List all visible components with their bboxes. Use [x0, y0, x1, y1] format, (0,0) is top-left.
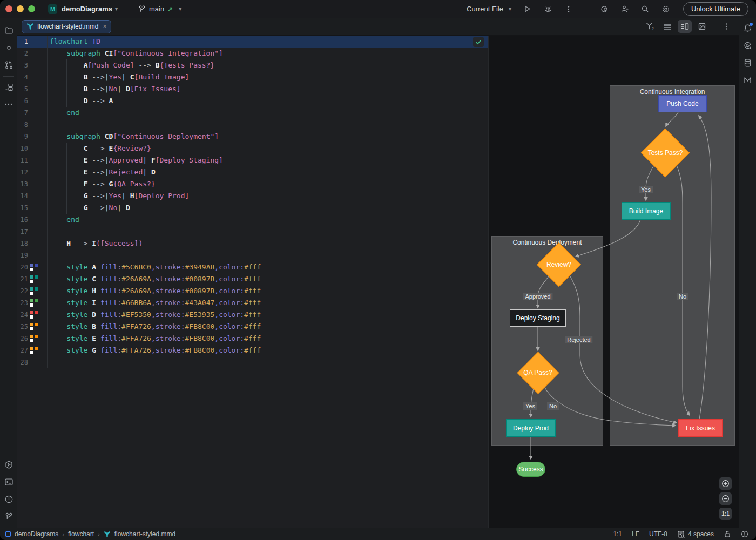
code-line[interactable]: 7 end	[17, 107, 488, 119]
caret-position-widget[interactable]: 1:1	[613, 530, 622, 538]
settings-button[interactable]	[658, 3, 673, 16]
commit-tool-button[interactable]	[2, 40, 16, 55]
code-line[interactable]: 18 H --> I([Success])	[17, 238, 488, 249]
code-line[interactable]: 19	[17, 249, 488, 261]
code-line[interactable]: 24 style D fill:#EF5350,stroke:#E53935,c…	[17, 309, 488, 321]
project-tool-button[interactable]	[2, 23, 16, 37]
line-number: 27	[17, 345, 28, 356]
inspections-status-widget[interactable]	[473, 37, 484, 47]
code-text: D --> A	[48, 95, 113, 107]
mermaid-diagram-preview[interactable]: Continuous IntegrationContinuous Deploym…	[488, 36, 739, 528]
code-line[interactable]: 5 B -->|No| D[Fix Issues]	[17, 83, 488, 95]
code-line[interactable]: 13 F --> G{QA Pass?}	[17, 178, 488, 190]
tab-flowchart-styled[interactable]: flowchart-styled.mmd ×	[22, 20, 111, 33]
mermaid-help-button[interactable]: ?	[643, 20, 657, 33]
gutter-color-swatches[interactable]	[30, 311, 38, 319]
breadcrumb-file[interactable]: flowchart-styled.mmd	[114, 530, 176, 538]
editor-options-button[interactable]	[719, 20, 733, 33]
code-line[interactable]: 9 subgraph CD["Continuous Deployment"]	[17, 131, 488, 143]
minimize-window-button[interactable]	[17, 5, 24, 12]
project-name[interactable]: demoDiagrams	[62, 5, 112, 13]
split-view-button[interactable]	[678, 20, 692, 33]
code-line[interactable]: 1flowchart TD	[17, 36, 488, 48]
preview-only-view-button[interactable]	[695, 20, 709, 33]
run-button[interactable]	[520, 3, 535, 16]
problems-tool-button[interactable]	[2, 492, 16, 506]
code-line[interactable]: 6 D --> A	[17, 95, 488, 107]
ai-chat-tool-button[interactable]	[740, 38, 754, 52]
encoding-widget[interactable]: UTF-8	[649, 530, 667, 538]
breadcrumb-project[interactable]: demoDiagrams	[15, 530, 58, 538]
gear-icon	[662, 5, 670, 14]
gutter-color-swatches[interactable]	[30, 299, 38, 307]
edge-E-D	[570, 276, 677, 423]
run-configuration-selector[interactable]: Current File▾	[467, 5, 511, 13]
gutter-color-swatches[interactable]	[30, 347, 38, 354]
more-actions-button[interactable]	[561, 3, 576, 16]
actual-size-button[interactable]: 1:1	[719, 508, 732, 520]
search-everywhere-button[interactable]	[638, 3, 653, 16]
gutter-color-swatches[interactable]	[30, 287, 38, 295]
maximize-window-button[interactable]	[28, 5, 35, 12]
code-line[interactable]: 10 C --> E{Review?}	[17, 143, 488, 154]
zoom-in-button[interactable]	[719, 477, 732, 490]
code-text: H --> I([Success])	[48, 238, 143, 249]
debug-button[interactable]	[541, 3, 556, 16]
code-line[interactable]: 28	[17, 356, 488, 368]
line-number: 22	[17, 285, 28, 297]
mermaid-tool-button[interactable]	[740, 73, 754, 87]
code-line[interactable]: 21 style C fill:#26A69A,stroke:#00897B,c…	[17, 273, 488, 285]
unlock-ultimate-button[interactable]: Unlock Ultimate	[683, 2, 748, 16]
readonly-toggle[interactable]	[724, 530, 731, 538]
vcs-widget[interactable]: main ↗ ▾	[138, 5, 181, 13]
code-line[interactable]: 4 B -->|Yes| C[Build Image]	[17, 71, 488, 83]
code-line[interactable]: 2 subgraph CI["Continuous Integration"]	[17, 48, 488, 59]
code-line[interactable]: 20 style A fill:#5C6BC0,stroke:#3949AB,c…	[17, 261, 488, 273]
close-window-button[interactable]	[5, 5, 12, 12]
code-line[interactable]: 15 G -->|No| D	[17, 202, 488, 214]
gutter-color-swatches[interactable]	[30, 264, 38, 271]
code-line[interactable]: 14 G -->|Yes| H[Deploy Prod]	[17, 190, 488, 202]
kebab-menu-icon	[565, 5, 572, 13]
gutter-color-swatches[interactable]	[30, 335, 38, 342]
gutter-color-swatches[interactable]	[30, 323, 38, 330]
code-line[interactable]: 22 style H fill:#26A69A,stroke:#00897B,c…	[17, 285, 488, 297]
code-line[interactable]: 16 end	[17, 214, 488, 226]
code-line[interactable]: 27 style G fill:#FFA726,stroke:#FB8C00,c…	[17, 345, 488, 356]
breadcrumb-folder[interactable]: flowchart	[68, 530, 94, 538]
code-line[interactable]: 23 style I fill:#66BB6A,stroke:#43A047,c…	[17, 297, 488, 309]
database-tool-button[interactable]	[740, 56, 754, 70]
services-tool-button[interactable]	[2, 457, 16, 471]
code-line[interactable]: 26 style E fill:#FFA726,stroke:#FB8C00,c…	[17, 333, 488, 345]
terminal-tool-button[interactable]	[2, 475, 16, 489]
indent-settings-icon	[677, 530, 685, 538]
structure-tool-button[interactable]	[2, 80, 16, 94]
editor-only-view-button[interactable]	[660, 20, 674, 33]
gutter-color-swatches[interactable]	[30, 275, 38, 283]
more-tool-windows-button[interactable]	[2, 97, 16, 111]
checkmark-icon	[475, 39, 482, 45]
code-with-me-button[interactable]	[617, 3, 632, 16]
editor-tab-bar: flowchart-styled.mmd × ?	[17, 18, 739, 36]
code-line[interactable]: 12 E -->|Rejected| D	[17, 166, 488, 178]
zoom-out-button[interactable]	[719, 492, 732, 505]
notifications-button[interactable]	[740, 21, 754, 35]
code-line[interactable]: 17	[17, 226, 488, 238]
ai-assistant-button[interactable]	[597, 3, 612, 16]
pull-requests-tool-button[interactable]	[2, 58, 16, 72]
database-icon	[743, 58, 752, 68]
line-ending-widget[interactable]: LF	[632, 530, 639, 538]
code-editor[interactable]: 1flowchart TD2 subgraph CI["Continuous I…	[17, 36, 488, 528]
code-line[interactable]: 11 E -->|Approved| F[Deploy Staging]	[17, 154, 488, 166]
indent-widget[interactable]: 4 spaces	[677, 530, 714, 538]
code-line[interactable]: 3 A[Push Code] --> B{Tests Pass?}	[17, 59, 488, 71]
version-control-tool-button[interactable]	[2, 509, 16, 523]
code-line[interactable]: 25 style B fill:#FFA726,stroke:#FB8C00,c…	[17, 321, 488, 333]
close-tab-icon[interactable]: ×	[103, 23, 106, 30]
error-analysis-widget[interactable]	[741, 530, 748, 538]
search-icon	[641, 5, 649, 13]
line-number: 7	[17, 107, 28, 119]
code-line[interactable]: 8	[17, 119, 488, 131]
code-text: E -->|Rejected| D	[48, 166, 156, 178]
chevron-right-icon: ›	[98, 531, 100, 537]
